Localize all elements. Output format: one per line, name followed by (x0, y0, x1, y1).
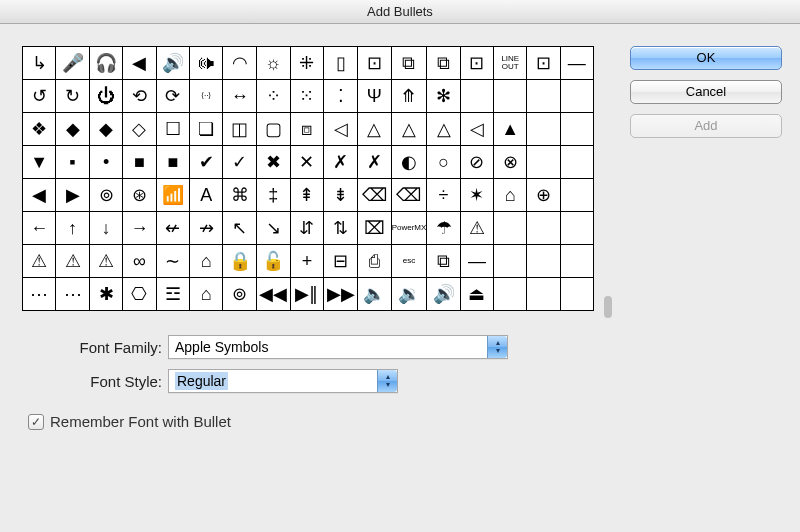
symbol-cell[interactable]: 🔈 (358, 278, 392, 311)
symbol-cell[interactable]: 📶 (156, 179, 190, 212)
font-style-select[interactable]: Regular ▴ ▾ (168, 369, 398, 393)
symbol-cell[interactable]: ⁙ (290, 80, 324, 113)
symbol-cell[interactable]: ⊕ (527, 179, 560, 212)
symbol-cell[interactable] (494, 278, 527, 311)
symbol-cell[interactable]: ↔ (223, 80, 257, 113)
symbol-cell[interactable]: ← (23, 212, 56, 245)
symbol-cell[interactable] (560, 245, 593, 278)
symbol-cell[interactable]: ↖ (223, 212, 257, 245)
symbol-cell[interactable]: ⧉ (391, 47, 427, 80)
symbol-cell[interactable]: + (290, 245, 324, 278)
symbol-cell[interactable]: ◁ (324, 113, 358, 146)
symbol-cell[interactable]: ⏏ (460, 278, 493, 311)
symbol-cell[interactable]: ▶‖ (290, 278, 324, 311)
symbol-cell[interactable]: △ (391, 113, 427, 146)
symbol-cell[interactable] (527, 113, 560, 146)
symbol-cell[interactable]: — (560, 47, 593, 80)
symbol-cell[interactable] (460, 80, 493, 113)
symbol-cell[interactable]: ⇅ (324, 212, 358, 245)
symbol-cell[interactable]: ↑ (56, 212, 90, 245)
symbol-cell[interactable]: ▼ (23, 146, 56, 179)
symbol-cell[interactable]: ⤊ (391, 80, 427, 113)
symbol-cell[interactable]: 🔓 (256, 245, 290, 278)
symbol-cell[interactable]: ■ (156, 146, 190, 179)
symbol-cell[interactable]: ⊘ (460, 146, 493, 179)
symbol-cell[interactable]: ⚠ (460, 212, 493, 245)
symbol-cell[interactable]: ⟨··⟩ (190, 80, 223, 113)
symbol-cell[interactable]: ⌘ (223, 179, 257, 212)
symbol-cell[interactable]: ✱ (89, 278, 123, 311)
symbol-cell[interactable]: LINE OUT (494, 47, 527, 80)
symbol-cell[interactable]: ◁ (460, 113, 493, 146)
symbol-cell[interactable]: 🎤 (56, 47, 90, 80)
symbol-cell[interactable]: esc (391, 245, 427, 278)
symbol-cell[interactable]: ⋯ (56, 278, 90, 311)
symbol-cell[interactable]: ⊡ (358, 47, 392, 80)
symbol-cell[interactable]: ∼ (156, 245, 190, 278)
symbol-cell[interactable]: ☂ (427, 212, 461, 245)
symbol-cell[interactable]: ◇ (123, 113, 156, 146)
symbol-cell[interactable]: ▲ (494, 113, 527, 146)
symbol-cell[interactable]: ⁘ (256, 80, 290, 113)
symbol-cell[interactable]: 🕪 (190, 47, 223, 80)
symbol-cell[interactable] (494, 80, 527, 113)
symbol-cell[interactable]: ◫ (223, 113, 257, 146)
symbol-cell[interactable]: ⇵ (290, 212, 324, 245)
symbol-cell[interactable]: ⚠ (23, 245, 56, 278)
symbol-cell[interactable]: ✻ (427, 80, 461, 113)
symbol-cell[interactable]: ◆ (56, 113, 90, 146)
symbol-cell[interactable]: ⟳ (156, 80, 190, 113)
symbol-cell[interactable] (560, 80, 593, 113)
symbol-cell[interactable]: ◐ (391, 146, 427, 179)
symbol-cell[interactable]: ⊡ (527, 47, 560, 80)
symbol-cell[interactable]: ▶ (56, 179, 90, 212)
symbol-cell[interactable] (527, 278, 560, 311)
symbol-cell[interactable]: Ψ (358, 80, 392, 113)
symbol-cell[interactable]: ↛ (190, 212, 223, 245)
symbol-cell[interactable]: ✔ (190, 146, 223, 179)
symbol-cell[interactable] (560, 212, 593, 245)
symbol-cell[interactable]: ✶ (460, 179, 493, 212)
symbol-cell[interactable]: ▢ (256, 113, 290, 146)
symbol-cell[interactable]: ▪ (56, 146, 90, 179)
symbol-cell[interactable]: ◆ (89, 113, 123, 146)
symbol-cell[interactable]: ✗ (358, 146, 392, 179)
symbol-cell[interactable] (527, 245, 560, 278)
symbol-cell[interactable]: • (89, 146, 123, 179)
symbol-cell[interactable]: ⊛ (123, 179, 156, 212)
symbol-cell[interactable]: ✖ (256, 146, 290, 179)
symbol-cell[interactable]: PowerMX (391, 212, 427, 245)
cancel-button[interactable]: Cancel (630, 80, 782, 104)
symbol-cell[interactable]: ❏ (190, 113, 223, 146)
symbol-cell[interactable]: ⧉ (427, 245, 461, 278)
symbol-cell[interactable] (527, 146, 560, 179)
symbol-cell[interactable]: ⧉ (427, 47, 461, 80)
symbol-cell[interactable]: ⚠ (89, 245, 123, 278)
symbol-cell[interactable]: ⎔ (123, 278, 156, 311)
scrollbar-thumb[interactable] (604, 296, 612, 318)
symbol-cell[interactable]: ○ (427, 146, 461, 179)
symbol-cell[interactable]: ▯ (324, 47, 358, 80)
ok-button[interactable]: OK (630, 46, 782, 70)
symbol-cell[interactable]: ⊚ (89, 179, 123, 212)
symbol-cell[interactable]: ⌂ (190, 278, 223, 311)
symbol-cell[interactable]: ▶▶ (324, 278, 358, 311)
symbol-cell[interactable] (560, 179, 593, 212)
symbol-cell[interactable]: 🔒 (223, 245, 257, 278)
symbol-cell[interactable]: ◠ (223, 47, 257, 80)
symbol-cell[interactable]: △ (358, 113, 392, 146)
symbol-cell[interactable]: 🔊 (156, 47, 190, 80)
symbol-cell[interactable]: △ (427, 113, 461, 146)
symbol-cell[interactable]: ☲ (156, 278, 190, 311)
symbol-cell[interactable] (527, 80, 560, 113)
symbol-cell[interactable]: ⌂ (190, 245, 223, 278)
symbol-cell[interactable]: 🔊 (427, 278, 461, 311)
symbol-cell[interactable]: ⌫ (358, 179, 392, 212)
symbol-cell[interactable]: ⊗ (494, 146, 527, 179)
symbol-cell[interactable] (560, 146, 593, 179)
symbol-cell[interactable]: ↘ (256, 212, 290, 245)
symbol-cell[interactable]: ◀◀ (256, 278, 290, 311)
symbol-cell[interactable]: ⚠ (56, 245, 90, 278)
symbol-grid-scroll[interactable]: ↳🎤🎧◀🔊🕪◠☼⁜▯⊡⧉⧉⊡LINE OUT⊡—↺↻⏻⟲⟳⟨··⟩↔⁘⁙⁚Ψ⤊✻… (22, 46, 602, 311)
symbol-cell[interactable]: ✕ (290, 146, 324, 179)
